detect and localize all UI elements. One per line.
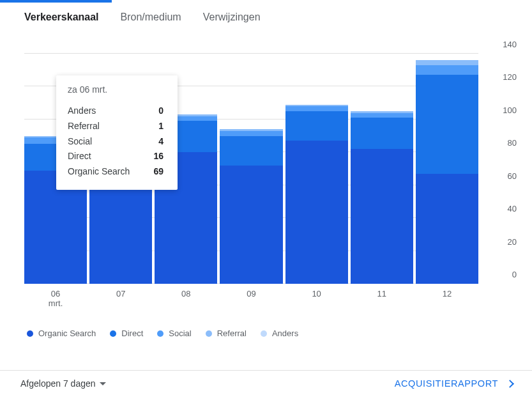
chevron-right-icon	[506, 380, 514, 388]
bar-segment	[351, 118, 413, 149]
y-tick-label: 140	[485, 40, 517, 49]
tooltip-title: za 06 mrt.	[68, 84, 163, 95]
x-tick-label: 12	[443, 289, 452, 298]
tooltip-row-label: Referral	[68, 119, 100, 134]
x-tick-label: 07	[116, 289, 125, 298]
legend-label: Direct	[121, 329, 143, 338]
x-tick-label: 06 mrt.	[49, 289, 63, 308]
tab-active-indicator	[0, 0, 112, 3]
tooltip-row-label: Organic Search	[68, 164, 130, 180]
tab-bron-medium[interactable]: Bron/medium	[121, 9, 181, 26]
date-range-selector[interactable]: Afgelopen 7 dagen	[20, 378, 106, 389]
legend-color-swatch	[206, 330, 212, 337]
legend-label: Anders	[272, 329, 298, 338]
card-footer: Afgelopen 7 dagen ACQUISITIERAPPORT	[0, 370, 532, 395]
bar-column[interactable]: 12	[416, 54, 478, 284]
bar-segment	[220, 166, 282, 284]
bar-segment	[220, 131, 282, 136]
tab-verkeerskanaal[interactable]: Verkeerskanaal	[24, 9, 99, 26]
bar-column[interactable]: 09	[220, 54, 282, 284]
tab-verwijzingen[interactable]: Verwijzingen	[203, 9, 261, 26]
bar-segment	[416, 60, 478, 65]
tooltip-row-label: Direct	[68, 149, 91, 164]
legend-label: Referral	[217, 329, 247, 338]
tooltip-row-value: 16	[153, 149, 163, 164]
tooltip-row: Direct16	[68, 149, 163, 164]
x-tick-label: 11	[377, 289, 386, 298]
legend-item[interactable]: Referral	[206, 329, 247, 338]
legend-item[interactable]: Organic Search	[27, 329, 96, 338]
bar-segment	[416, 65, 478, 75]
tooltip-row: Referral1	[68, 119, 163, 134]
legend-item[interactable]: Social	[157, 329, 191, 338]
legend-item[interactable]: Anders	[261, 329, 298, 338]
y-tick-label: 40	[485, 204, 517, 213]
tooltip-row-value: 69	[153, 164, 163, 180]
bar-column[interactable]: 10	[285, 54, 348, 284]
date-range-label: Afgelopen 7 dagen	[20, 378, 96, 389]
x-tick-label: 09	[247, 289, 255, 298]
chart-legend: Organic SearchDirectSocialReferralAnders	[0, 322, 532, 341]
y-tick-label: 0	[485, 270, 517, 279]
tooltip-row: Organic Search69	[68, 164, 163, 180]
tooltip-row: Social4	[68, 134, 163, 150]
report-link-label: ACQUISITIERAPPORT	[395, 378, 498, 389]
y-tick-label: 60	[485, 171, 517, 180]
acquisition-report-link[interactable]: ACQUISITIERAPPORT	[395, 378, 513, 389]
bar-segment	[285, 111, 348, 141]
legend-color-swatch	[157, 330, 163, 337]
bar-segment	[285, 141, 348, 284]
bar-segment	[351, 149, 413, 284]
legend-label: Organic Search	[38, 329, 96, 338]
chevron-down-icon	[100, 382, 106, 385]
tooltip-row-label: Anders	[68, 104, 96, 119]
y-tick-label: 120	[485, 72, 517, 82]
y-tick-label: 80	[485, 138, 517, 148]
bar-column[interactable]: 11	[351, 54, 413, 284]
tooltip-row: Anders0	[68, 104, 163, 119]
bar-segment	[416, 174, 478, 284]
bar-segment	[220, 136, 282, 166]
y-tick-label: 100	[485, 105, 517, 114]
tooltip-row-value: 0	[158, 104, 163, 119]
tab-bar: Verkeerskanaal Bron/medium Verwijzingen	[0, 0, 532, 41]
legend-label: Social	[169, 329, 191, 338]
chart-tooltip: za 06 mrt.Anders0Referral1Social4Direct1…	[56, 75, 178, 190]
x-tick-label: 08	[181, 289, 190, 298]
y-tick-label: 20	[485, 236, 517, 246]
legend-color-swatch	[261, 330, 267, 337]
legend-item[interactable]: Direct	[110, 329, 143, 338]
legend-color-swatch	[27, 330, 33, 337]
bar-segment	[351, 113, 413, 118]
bar-segment	[285, 106, 348, 111]
analytics-card: Verkeerskanaal Bron/medium Verwijzingen …	[0, 0, 532, 395]
tooltip-row-value: 4	[158, 134, 163, 150]
tooltip-row-label: Social	[68, 134, 92, 150]
bar-segment	[416, 75, 478, 173]
legend-color-swatch	[110, 330, 116, 337]
x-tick-label: 10	[312, 289, 321, 298]
tooltip-row-value: 1	[158, 119, 163, 134]
